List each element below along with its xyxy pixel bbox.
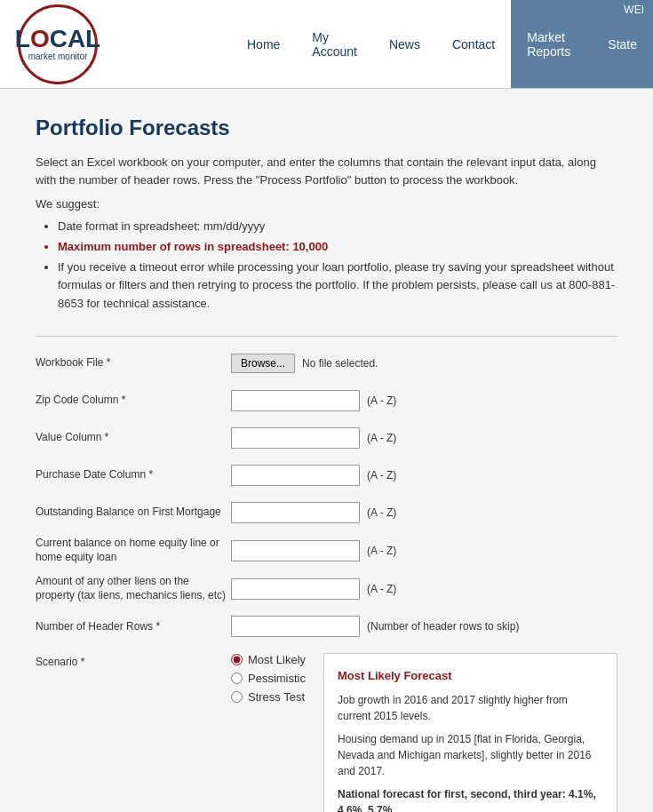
suggestion-1: Date format in spreadsheet: mm/dd/yyyy — [58, 218, 617, 236]
forecast-line-3: National forecast for first, second, thi… — [338, 786, 603, 812]
form-section: Workbook File * Browse... No file select… — [36, 350, 617, 812]
forecast-line-1: Job growth in 2016 and 2017 slightly hig… — [338, 692, 603, 724]
header-rows-input[interactable] — [231, 616, 360, 637]
outstanding-balance-hint: (A - Z) — [367, 506, 396, 519]
purchase-date-column-input[interactable] — [231, 465, 360, 486]
value-input-area: (A - Z) — [231, 427, 396, 449]
no-file-text: No file selected. — [302, 357, 378, 370]
nav-home[interactable]: Home — [231, 0, 296, 88]
value-hint: (A - Z) — [367, 432, 396, 444]
scenario-most-likely-option[interactable]: Most Likely — [231, 653, 306, 666]
logo-subtitle: market monitor — [28, 52, 88, 62]
logo-text: LOCAL — [15, 27, 100, 52]
scenario-row: Scenario * Most Likely Pessimistic Stres… — [36, 653, 617, 812]
header-top-right: WEI — [615, 0, 653, 20]
label-zipcode-column: Zip Code Column * — [36, 394, 231, 408]
zipcode-input-area: (A - Z) — [231, 390, 396, 411]
header-rows-hint: (Number of header rows to skip) — [367, 620, 519, 633]
purchase-date-input-area: (A - Z) — [231, 465, 396, 486]
label-workbook-file: Workbook File * — [36, 356, 231, 370]
field-row-workbook: Workbook File * Browse... No file select… — [36, 350, 617, 377]
logo-circle: LOCAL market monitor — [18, 4, 98, 84]
purchase-date-hint: (A - Z) — [367, 469, 396, 482]
home-equity-hint: (A - Z) — [367, 545, 396, 557]
suggestion-3: If you receive a timeout error while pro… — [58, 259, 617, 314]
scenario-most-likely-label: Most Likely — [248, 653, 306, 666]
header-rows-input-area: (Number of header rows to skip) — [231, 616, 519, 637]
label-other-liens: Amount of any other liens on the propert… — [36, 575, 231, 602]
label-header-rows: Number of Header Rows * — [36, 620, 231, 634]
suggestions-list: Date format in spreadsheet: mm/dd/yyyy M… — [36, 218, 617, 314]
other-liens-input[interactable] — [231, 578, 360, 600]
workbook-file-area: Browse... No file selected. — [231, 354, 378, 373]
section-divider — [36, 336, 617, 337]
other-liens-input-area: (A - Z) — [231, 578, 396, 600]
scenario-pessimistic-radio[interactable] — [231, 673, 243, 684]
other-liens-hint: (A - Z) — [367, 583, 396, 595]
scenario-most-likely-radio[interactable] — [231, 654, 243, 665]
nav-my-account[interactable]: My Account — [296, 0, 373, 88]
scenario-options: Most Likely Pessimistic Stress Test — [231, 653, 306, 704]
scenario-pessimistic-option[interactable]: Pessimistic — [231, 672, 306, 685]
suggestion-2: Maximum number of rows in spreadsheet: 1… — [58, 238, 617, 257]
scenario-stress-test-label: Stress Test — [248, 690, 305, 704]
main-nav: Home My Account News Contact Market Repo… — [231, 0, 653, 88]
home-equity-input-area: (A - Z) — [231, 540, 396, 561]
zipcode-hint: (A - Z) — [367, 394, 396, 407]
scenario-stress-test-radio[interactable] — [231, 691, 243, 703]
label-outstanding-balance: Outstanding Balance on First Mortgage — [36, 506, 231, 520]
outstanding-balance-input-area: (A - Z) — [231, 502, 396, 523]
forecast-box: Most Likely Forecast Job growth in 2016 … — [323, 653, 617, 812]
nav-market-reports[interactable]: Market Reports — [511, 0, 592, 88]
scenario-stress-test-option[interactable]: Stress Test — [231, 690, 306, 704]
field-row-outstanding-balance: Outstanding Balance on First Mortgage (A… — [36, 499, 617, 526]
label-home-equity: Current balance on home equity line or h… — [36, 537, 231, 564]
home-equity-input[interactable] — [231, 540, 360, 561]
scenario-pessimistic-label: Pessimistic — [248, 672, 306, 685]
outstanding-balance-input[interactable] — [231, 502, 360, 523]
main-content: Portfolio Forecasts Select an Excel work… — [0, 89, 653, 812]
browse-button[interactable]: Browse... — [231, 354, 295, 373]
suggest-label: We suggest: — [36, 197, 617, 211]
field-row-value: Value Column * (A - Z) — [36, 425, 617, 451]
field-row-other-liens: Amount of any other liens on the propert… — [36, 575, 617, 602]
nav-news[interactable]: News — [373, 0, 436, 88]
field-row-header-rows: Number of Header Rows * (Number of heade… — [36, 613, 617, 640]
intro-text: Select an Excel workbook on your compute… — [36, 154, 617, 188]
zipcode-column-input[interactable] — [231, 390, 360, 411]
forecast-box-title: Most Likely Forecast — [338, 667, 603, 685]
value-column-input[interactable] — [231, 427, 360, 449]
label-value-column: Value Column * — [36, 431, 231, 445]
field-row-zipcode: Zip Code Column * (A - Z) — [36, 387, 617, 414]
field-row-home-equity: Current balance on home equity line or h… — [36, 537, 617, 564]
header: LOCAL market monitor Home My Account New… — [0, 0, 653, 89]
page-title: Portfolio Forecasts — [36, 115, 617, 140]
nav-contact[interactable]: Contact — [436, 0, 511, 88]
scenario-label: Scenario * — [36, 653, 231, 668]
forecast-line-2: Housing demand up in 2015 [flat in Flori… — [338, 731, 603, 779]
logo-area: LOCAL market monitor — [0, 0, 231, 93]
label-purchase-date-column: Purchase Date Column * — [36, 468, 231, 482]
field-row-purchase-date: Purchase Date Column * (A - Z) — [36, 462, 617, 489]
